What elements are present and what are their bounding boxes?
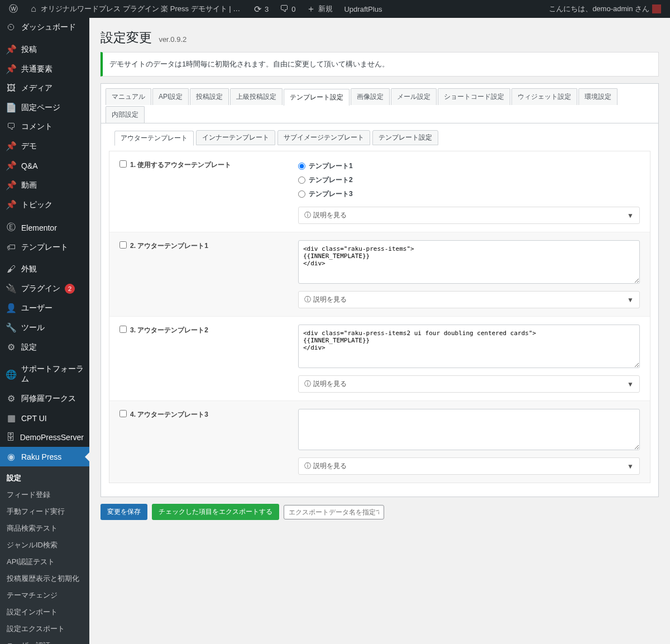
export-check-1[interactable] [119,160,127,168]
save-button[interactable]: 変更を保存 [100,504,147,520]
plus-icon: ＋ [307,4,315,13]
submenu-user-auth[interactable]: ユーザー認証 [0,637,89,644]
tab-adv-post[interactable]: 上級投稿設定 [230,88,283,105]
tab-api[interactable]: API設定 [152,88,189,105]
help-icon: ⓘ [304,379,311,389]
menu-elementor[interactable]: ⒺElementor [0,217,89,238]
subtab-template-settings[interactable]: テンプレート設定 [372,130,438,145]
menu-tools[interactable]: 🔧ツール [0,318,89,337]
greeting-text: こんにちは、demo-admin さん [549,4,649,14]
menu-templates[interactable]: 🏷テンプレート [0,238,89,257]
menu-cptui[interactable]: ▦CPT UI [0,408,89,428]
menu-demo[interactable]: 📌デモ [0,136,89,156]
menu-posts[interactable]: 📌投稿 [0,40,89,59]
submenu-history-init[interactable]: 投稿履歴表示と初期化 [0,570,89,587]
content-area: 設定変更 ver.0.9.2 デモサイトのデータは1時間毎に初期化されます。自由… [89,18,670,644]
submenu-product-search[interactable]: 商品検索テスト [0,520,89,537]
textarea-outer-template-1[interactable] [298,240,640,284]
subtab-subimage[interactable]: サブイメージテンプレート [277,130,370,145]
home-icon: ⌂ [29,4,38,13]
grid-icon: ▦ [6,413,17,423]
elementor-icon: Ⓔ [6,222,17,233]
tab-image[interactable]: 画像設定 [351,88,390,105]
help-toggle-2[interactable]: ⓘ説明を見る ▼ [298,291,640,308]
row-outer-template-2: 3. アウターテンプレート2 ⓘ説明を見る ▼ [109,317,650,401]
row3-label: 3. アウターテンプレート2 [130,326,208,335]
site-link[interactable]: ⌂ オリジナルワードプレス プラグイン 楽 Press デモサイト | Raku… [25,0,246,18]
tab-post[interactable]: 投稿設定 [190,88,229,105]
gear-icon: ⚙ [6,393,17,404]
tab-template[interactable]: テンプレート設定 [284,89,350,106]
updates-count: 3 [265,5,269,13]
wrench-icon: 🔧 [6,322,17,333]
help-toggle-3[interactable]: ⓘ説明を見る ▼ [298,375,640,393]
help-icon: ⓘ [304,461,311,471]
submenu-theme-change[interactable]: テーマチェンジ [0,587,89,604]
brush-icon: 🖌 [6,264,17,274]
row1-label: 1. 使用するアウターテンプレート [130,160,231,170]
menu-pages[interactable]: 📄固定ページ [0,98,89,117]
menu-support-forum[interactable]: 🌐サポートフォーラム [0,360,89,389]
submenu-genre-search[interactable]: ジャンルID検索 [0,537,89,554]
help-toggle-1[interactable]: ⓘ説明を見る ▼ [298,207,640,224]
update-icon: ⟳ [253,4,262,13]
menu-rakupress[interactable]: ◉Raku Press [0,447,89,466]
export-name-input[interactable] [284,505,384,519]
pin-icon: 📌 [6,180,17,190]
menu-topics[interactable]: 📌トピック [0,195,89,214]
radio-template3[interactable] [298,190,305,198]
chevron-down-icon: ▼ [627,212,634,220]
updraftplus-link[interactable]: UpdraftPlus [339,0,386,18]
export-check-3[interactable] [119,326,127,333]
subtab-inner[interactable]: インナーテンプレート [196,130,275,145]
menu-appearance[interactable]: 🖌外観 [0,260,89,279]
updates-link[interactable]: ⟳ 3 [248,0,273,18]
export-checked-button[interactable]: チェックした項目をエクスポートする [152,504,279,520]
help-toggle-4[interactable]: ⓘ説明を見る ▼ [298,457,640,475]
new-content-link[interactable]: ＋ 新規 [302,0,337,18]
tab-widget[interactable]: ウィジェット設定 [511,88,577,105]
tab-shortcode[interactable]: ショートコード設定 [438,88,510,105]
menu-common-elements[interactable]: 📌共通要素 [0,59,89,79]
export-check-2[interactable] [119,241,127,249]
menu-settings[interactable]: ⚙設定 [0,337,89,357]
export-check-4[interactable] [119,410,127,417]
submenu-settings[interactable]: 設定 [0,470,89,486]
notice-box: デモサイトのデータは1時間毎に初期化されます。自由に変更して頂いて構いません。 [100,52,659,77]
menu-media[interactable]: 🖼メディア [0,79,89,98]
admin-sidebar: ⏲ダッシュボード 📌投稿 📌共通要素 🖼メディア 📄固定ページ 🗨コメント 📌デ… [0,18,89,644]
globe-icon: 🌐 [6,369,17,380]
menu-videos[interactable]: 📌動画 [0,175,89,195]
menu-users[interactable]: 👤ユーザー [0,298,89,318]
submenu-api-auth[interactable]: API認証テスト [0,554,89,570]
radio-template2[interactable] [298,176,305,184]
menu-dashboard[interactable]: ⏲ダッシュボード [0,18,89,37]
menu-demopress[interactable]: 🗄DemoPressServer [0,428,89,447]
sliders-icon: ⚙ [6,342,17,352]
submenu-feed-register[interactable]: フィード登録 [0,486,89,503]
subtab-outer[interactable]: アウターテンプレート [114,131,194,146]
form-block: 1. 使用するアウターテンプレート テンプレート1 テンプレート2 テンプレート… [109,151,650,483]
submenu-export[interactable]: 設定エクスポート [0,621,89,637]
page-title: 設定変更 ver.0.9.2 [100,29,659,46]
submenu-manual-feed[interactable]: 手動フィード実行 [0,503,89,520]
pin-icon: 📌 [6,160,17,171]
menu-ashura-works[interactable]: ⚙阿修羅ワークス [0,389,89,408]
radio-template1[interactable] [298,163,305,170]
tab-mail[interactable]: メール設定 [391,88,437,105]
menu-comments[interactable]: 🗨コメント [0,117,89,136]
row4-label: 4. アウターテンプレート3 [130,410,208,419]
tab-env[interactable]: 環境設定 [578,88,618,105]
wp-logo[interactable]: ⓦ [4,0,22,18]
menu-plugins[interactable]: 🔌プラグイン 2 [0,279,89,298]
textarea-outer-template-3[interactable] [298,409,640,450]
tab-internal[interactable]: 内部設定 [106,106,145,123]
tab-manual[interactable]: マニュアル [106,88,151,105]
chevron-down-icon: ▼ [627,462,634,470]
submenu-import[interactable]: 設定インポート [0,604,89,621]
account-greeting[interactable]: こんにちは、demo-admin さん [544,0,666,18]
row-outer-template-3: 4. アウターテンプレート3 ⓘ説明を見る ▼ [109,401,650,483]
comments-link[interactable]: 🗨 0 [275,0,300,18]
menu-qa[interactable]: 📌Q&A [0,156,89,175]
textarea-outer-template-2[interactable] [298,325,640,368]
